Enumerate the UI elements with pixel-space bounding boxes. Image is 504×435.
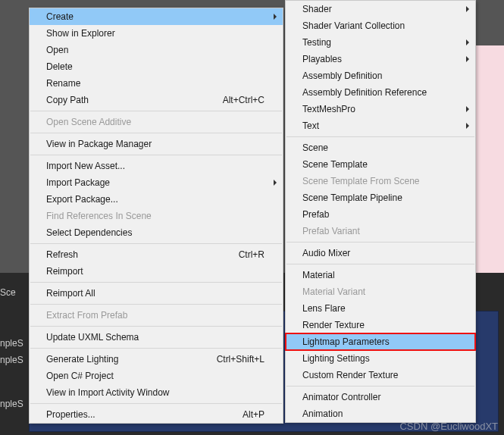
create-submenu-item[interactable]: Animator Controller <box>286 389 475 405</box>
create-submenu-item[interactable]: Playables <box>286 51 475 67</box>
menu-item-label: Rename <box>46 78 265 89</box>
context-menu-item[interactable]: Reimport <box>30 263 283 280</box>
create-submenu-item[interactable]: Shader Variant Collection <box>286 17 475 34</box>
watermark: CSDN @EucliwoodXT <box>399 421 498 432</box>
menu-item-label: Testing <box>302 37 457 48</box>
menu-item-label: Open C# Project <box>46 371 265 381</box>
menu-item-label: Animator Controller <box>302 392 457 402</box>
menu-separator <box>286 386 474 386</box>
create-submenu-item[interactable]: Lighting Settings <box>286 350 475 367</box>
menu-item-label: Properties... <box>46 409 233 420</box>
context-menu-item: Find References In Scene <box>30 208 283 224</box>
chevron-right-icon <box>466 56 469 62</box>
context-menu-item[interactable]: Rename <box>30 75 283 92</box>
context-menu-item[interactable]: Create <box>30 8 283 25</box>
menu-item-label: Prefab Variant <box>302 226 457 236</box>
menu-separator <box>30 111 282 111</box>
create-submenu-item[interactable]: Prefab <box>286 206 475 223</box>
context-menu-item[interactable]: View in Import Activity Window <box>30 384 283 401</box>
context-menu-item[interactable]: Import New Asset... <box>30 158 283 174</box>
menu-item-label: Prefab <box>302 209 457 220</box>
hierarchy-item: npleS <box>0 396 27 412</box>
menu-item-label: Render Texture <box>302 320 457 330</box>
context-menu[interactable]: CreateShow in ExplorerOpenDeleteRenameCo… <box>29 8 283 424</box>
menu-item-label: Scene Template Pipeline <box>302 192 457 203</box>
menu-separator <box>30 304 282 305</box>
menu-item-label: Select Dependencies <box>46 227 265 238</box>
menu-item-label: Shader Variant Collection <box>302 20 457 31</box>
create-submenu-item[interactable]: Assembly Definition Reference <box>286 84 475 101</box>
create-submenu-item[interactable]: Render Texture <box>286 317 475 333</box>
context-menu-item[interactable]: Reimport All <box>30 285 283 302</box>
menu-item-shortcut: Ctrl+Shift+L <box>217 354 265 365</box>
context-menu-item[interactable]: Update UXML Schema <box>30 329 283 346</box>
create-submenu-item[interactable]: TextMeshPro <box>286 101 475 117</box>
menu-separator <box>30 243 282 244</box>
menu-item-shortcut: Alt+Ctrl+C <box>223 95 265 105</box>
menu-item-label: Open Scene Additive <box>46 117 265 127</box>
menu-item-label: Generate Lighting <box>46 354 208 365</box>
menu-item-shortcut: Ctrl+R <box>239 249 265 260</box>
menu-item-label: Extract From Prefab <box>46 310 265 321</box>
menu-separator <box>30 403 282 404</box>
context-menu-item[interactable]: Properties...Alt+P <box>30 406 283 423</box>
context-menu-item[interactable]: Import Package <box>30 174 283 191</box>
create-submenu-item: Prefab Variant <box>286 223 475 239</box>
context-menu-item[interactable]: View in Package Manager <box>30 136 283 152</box>
context-menu-item[interactable]: RefreshCtrl+R <box>30 246 283 263</box>
context-menu-item[interactable]: Open <box>30 42 283 58</box>
menu-item-label: Audio Mixer <box>302 248 457 258</box>
menu-item-label: Lighting Settings <box>302 353 457 364</box>
menu-separator <box>286 264 474 264</box>
menu-item-label: Import Package <box>46 177 265 188</box>
menu-item-label: Shader <box>302 4 457 14</box>
hierarchy-item: npleS <box>0 352 27 368</box>
create-submenu-item[interactable]: Lens Flare <box>286 300 475 317</box>
create-submenu-item[interactable]: Testing <box>286 34 475 51</box>
create-submenu-item[interactable]: Text <box>286 117 475 134</box>
menu-item-label: Lens Flare <box>302 303 457 314</box>
context-menu-item[interactable]: Delete <box>30 58 283 75</box>
menu-item-label: Animation <box>302 408 457 419</box>
create-submenu[interactable]: ShaderShader Variant CollectionTestingPl… <box>285 0 476 423</box>
menu-item-label: Assembly Definition Reference <box>302 87 457 98</box>
context-menu-item[interactable]: Copy PathAlt+Ctrl+C <box>30 92 283 108</box>
context-menu-item[interactable]: Generate LightingCtrl+Shift+L <box>30 351 283 368</box>
menu-item-label: Show in Explorer <box>46 28 265 39</box>
menu-item-label: Reimport <box>46 266 265 277</box>
menu-item-label: View in Package Manager <box>46 139 265 149</box>
context-menu-item: Extract From Prefab <box>30 307 283 324</box>
create-submenu-item: Material Variant <box>286 283 475 300</box>
create-submenu-item[interactable]: Assembly Definition <box>286 67 475 84</box>
menu-item-label: Open <box>46 45 265 55</box>
create-submenu-item[interactable]: Material <box>286 267 475 283</box>
menu-separator <box>30 348 282 349</box>
create-submenu-item[interactable]: Lightmap Parameters <box>286 333 475 350</box>
context-menu-item: Open Scene Additive <box>30 114 283 130</box>
menu-item-label: Import New Asset... <box>46 161 265 171</box>
context-menu-item[interactable]: Select Dependencies <box>30 224 283 241</box>
menu-item-label: Refresh <box>46 249 230 260</box>
chevron-right-icon <box>466 106 469 112</box>
create-submenu-item[interactable]: Audio Mixer <box>286 245 475 261</box>
hierarchy-item: npleS <box>0 335 27 352</box>
menu-item-label: Delete <box>46 61 265 72</box>
create-submenu-item[interactable]: Shader <box>286 1 475 17</box>
context-menu-item[interactable]: Open C# Project <box>30 368 283 384</box>
create-submenu-item[interactable]: Scene Template Pipeline <box>286 189 475 206</box>
create-submenu-item[interactable]: Animation <box>286 405 475 422</box>
menu-item-label: Reimport All <box>46 288 265 299</box>
create-submenu-item[interactable]: Scene Template <box>286 156 475 173</box>
menu-item-label: Copy Path <box>46 95 214 105</box>
menu-separator <box>30 282 282 283</box>
menu-item-label: Material <box>302 270 457 280</box>
menu-item-label: TextMeshPro <box>302 104 457 114</box>
hierarchy-item: Sce <box>0 284 27 301</box>
menu-item-label: Scene Template From Scene <box>302 176 457 186</box>
menu-item-label: Text <box>302 120 457 131</box>
context-menu-item[interactable]: Export Package... <box>30 191 283 208</box>
menu-item-label: Update UXML Schema <box>46 332 265 343</box>
context-menu-item[interactable]: Show in Explorer <box>30 25 283 42</box>
create-submenu-item[interactable]: Custom Render Texture <box>286 367 475 383</box>
create-submenu-item[interactable]: Scene <box>286 139 475 156</box>
